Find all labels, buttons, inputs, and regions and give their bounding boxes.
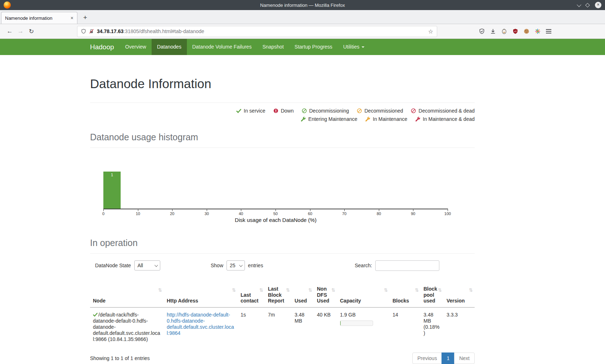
column-header-http-address[interactable]: ⇅Http Address (164, 277, 238, 307)
nav-utilities-dropdown[interactable]: Utilities (338, 39, 370, 55)
table-footer: Showing 1 to 1 of 1 entries Previous 1 N… (90, 352, 475, 364)
bookmark-star-icon[interactable]: ☆ (428, 28, 433, 35)
block-pool-used-cell: 3.48 MB (0.18%) (421, 307, 444, 347)
x-tick-label: 20 (170, 211, 174, 216)
sort-icon[interactable]: ⇅ (438, 287, 442, 293)
hadoop-navbar: Hadoop Overview Datanodes Datanode Volum… (0, 39, 605, 55)
column-header-block-pool-used[interactable]: ⇅Block pool used (421, 277, 444, 307)
sort-icon[interactable]: ⇅ (469, 287, 473, 293)
column-header-blocks[interactable]: ⇅Blocks (390, 277, 421, 307)
show-label: Show (211, 263, 223, 268)
window-controls: × (577, 2, 601, 8)
x-tick-label: 40 (239, 211, 243, 216)
pagination: Previous 1 Next (413, 352, 475, 364)
page-1-button[interactable]: 1 (442, 352, 454, 364)
legend-decommissioned: Decommissioned (357, 108, 403, 114)
x-tick-label: 70 (342, 211, 346, 216)
sort-icon[interactable]: ⇅ (232, 287, 236, 293)
extension-jar-icon[interactable] (501, 28, 507, 34)
menu-hamburger-icon[interactable] (546, 29, 551, 33)
search-input[interactable] (375, 260, 439, 271)
broken-lock-icon[interactable] (89, 29, 94, 34)
histogram-bar: 1 (103, 172, 121, 209)
page-header: Datanode Information (90, 77, 475, 103)
nav-startup-progress[interactable]: Startup Progress (289, 39, 338, 55)
sort-icon[interactable]: ⇅ (384, 287, 388, 293)
x-axis-label: Disk usage of each DataNode (%) (103, 217, 448, 223)
cookie-extension-icon[interactable] (524, 28, 529, 34)
datanode-state-label: DataNode State (95, 263, 131, 268)
entries-label: entries (248, 263, 263, 268)
table-header-row: ⇅Node ⇅Http Address ⇅Last contact ⇅Last … (90, 277, 475, 307)
legend-decommissioning: Decommissioning (302, 108, 349, 114)
legend-down: Down (273, 108, 294, 114)
datanode-http-link[interactable]: http://hdfs-datanode-default-0.hdfs-data… (167, 312, 234, 336)
legend-in-service: In service (236, 108, 265, 114)
exclamation-circle-icon (273, 108, 278, 113)
histogram-heading: Datanode usage histogram (90, 132, 475, 142)
non-dfs-used-cell: 40 KB (314, 307, 337, 347)
column-header-used[interactable]: ⇅Used (292, 277, 314, 307)
sort-icon[interactable]: ⇅ (308, 287, 312, 293)
column-header-version[interactable]: ⇅Version (444, 277, 475, 307)
hadoop-brand[interactable]: Hadoop (90, 39, 120, 55)
nav-datanodes[interactable]: Datanodes (152, 39, 187, 55)
blocks-cell: 14 (390, 307, 421, 347)
x-tick-label: 30 (205, 211, 209, 216)
x-tick-label: 10 (136, 211, 140, 216)
window-maximize-icon[interactable] (585, 3, 590, 8)
http-address-cell: http://hdfs-datanode-default-0.hdfs-data… (164, 307, 238, 347)
downloads-icon[interactable] (490, 28, 496, 34)
used-cell: 3.48 MB (292, 307, 314, 347)
tab-bar: Namenode information × + (0, 10, 605, 24)
wrench-icon (301, 117, 306, 122)
window-minimize-icon[interactable] (577, 2, 582, 7)
content-container: Datanode Information In service Down Dec… (90, 77, 475, 364)
table-row: /default-rack/hdfs-datanode-default-0.hd… (90, 307, 475, 347)
browser-tab[interactable]: Namenode information × (1, 12, 77, 24)
x-tick-label: 80 (377, 211, 381, 216)
permissions-shield-icon[interactable] (81, 29, 86, 34)
new-tab-button[interactable]: + (83, 14, 87, 22)
ban-circle-icon (357, 108, 362, 113)
nav-snapshot[interactable]: Snapshot (257, 39, 289, 55)
x-tick-label: 90 (411, 211, 415, 216)
forward-button[interactable]: → (15, 26, 26, 37)
column-header-non-dfs-used[interactable]: ⇅Non DFS Used (314, 277, 337, 307)
ublock-extension-icon[interactable] (512, 28, 518, 34)
column-header-last-block-report[interactable]: ⇅Last Block Report (265, 277, 292, 307)
column-header-last-contact[interactable]: ⇅Last contact (238, 277, 265, 307)
sort-icon[interactable]: ⇅ (286, 287, 290, 293)
column-header-node[interactable]: ⇅Node (90, 277, 164, 307)
browser-toolbar: ← → ↻ 34.78.17.63:31805/dfshealth.html#t… (0, 24, 605, 39)
datanode-state-select[interactable]: All (134, 260, 160, 270)
next-page-button[interactable]: Next (454, 352, 475, 364)
reload-button[interactable]: ↻ (26, 26, 37, 37)
datanodes-table: ⇅Node ⇅Http Address ⇅Last contact ⇅Last … (90, 277, 475, 347)
nav-datanode-volume-failures[interactable]: Datanode Volume Failures (187, 39, 257, 55)
ban-circle-icon (411, 108, 416, 113)
sort-icon[interactable]: ⇅ (415, 287, 419, 293)
sort-icon[interactable]: ⇅ (259, 287, 263, 293)
tab-close-icon[interactable]: × (71, 15, 73, 21)
chevron-down-icon (154, 263, 158, 267)
window-titlebar: Namenode information — Mozilla Firefox × (0, 0, 605, 10)
previous-page-button[interactable]: Previous (412, 352, 442, 364)
page-length-select[interactable]: 25 (227, 260, 245, 270)
url-bar[interactable]: 34.78.17.63:31805/dfshealth.html#tab-dat… (77, 26, 437, 37)
firefox-logo-icon (4, 1, 11, 9)
status-legend: In service Down Decommissioning Decommis… (90, 108, 475, 122)
nav-overview[interactable]: Overview (120, 39, 152, 55)
sort-icon[interactable]: ⇅ (331, 287, 335, 293)
window-close-icon[interactable]: × (595, 2, 601, 8)
page-title: Datanode Information (90, 77, 475, 91)
back-button[interactable]: ← (4, 26, 15, 37)
last-contact-cell: 1s (238, 307, 265, 347)
x-tick-label: 0 (102, 211, 104, 216)
x-tick-label: 100 (444, 211, 451, 216)
asterisk-extension-icon[interactable] (535, 28, 541, 34)
column-header-capacity[interactable]: ⇅Capacity (337, 277, 390, 307)
protections-shield-icon[interactable] (479, 28, 485, 34)
last-block-report-cell: 7m (265, 307, 292, 347)
sort-icon[interactable]: ⇅ (158, 287, 162, 293)
